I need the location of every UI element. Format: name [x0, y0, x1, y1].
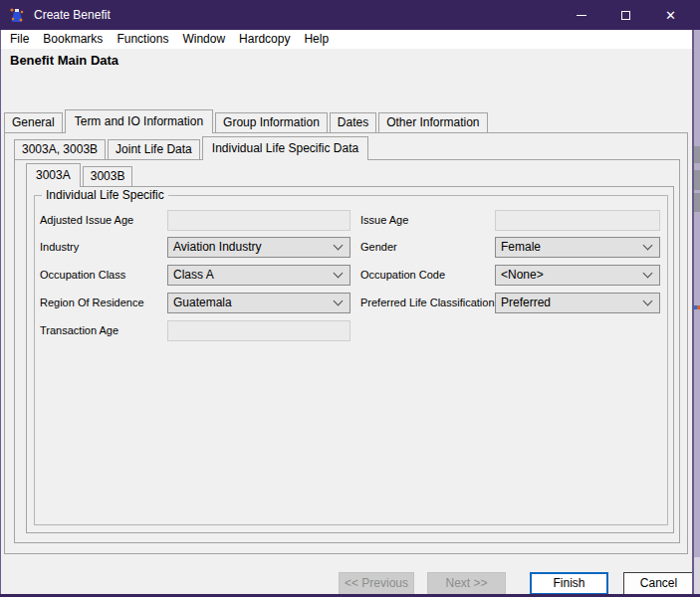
create-benefit-window: Create Benefit ✕ File Bookmarks Function… [0, 0, 700, 597]
titlebar: Create Benefit ✕ [0, 0, 700, 30]
close-icon: ✕ [665, 9, 676, 22]
occupation-class-select[interactable]: Class A [167, 265, 350, 286]
tabstrip-coverage: 3003A 3003B [26, 163, 134, 187]
window-border-left [0, 30, 1, 594]
background-scrollbar-segment [694, 193, 700, 212]
next-button: Next >> [427, 572, 506, 595]
background-light-segment [694, 557, 700, 594]
minimize-icon [577, 15, 586, 16]
occupation-code-label: Occupation Code [360, 269, 445, 281]
groupbox-legend: Individual Life Specific [42, 188, 168, 202]
menu-window[interactable]: Window [175, 30, 232, 49]
region-of-residence-select[interactable]: Guatemala [167, 293, 350, 313]
preferred-life-classification-label: Preferred Life Classification [360, 297, 495, 308]
chevron-down-icon [334, 297, 344, 306]
cancel-button[interactable]: Cancel [623, 572, 694, 595]
transaction-age-input [167, 320, 350, 341]
industry-value: Aviation Industry [173, 238, 262, 257]
menu-functions[interactable]: Functions [110, 30, 175, 49]
region-of-residence-value: Guatemala [173, 294, 232, 312]
finish-button[interactable]: Finish [530, 572, 608, 595]
close-button[interactable]: ✕ [648, 0, 693, 30]
tab-joint-life-data[interactable]: Joint Life Data [108, 139, 200, 160]
tab-3003b[interactable]: 3003B [83, 166, 133, 187]
gender-label: Gender [360, 241, 397, 253]
occupation-code-value: <None> [501, 266, 544, 285]
chevron-down-icon [334, 241, 344, 251]
issue-age-label: Issue Age [360, 214, 408, 226]
menu-file[interactable]: File [3, 30, 36, 49]
app-icon [9, 7, 25, 23]
menubar: File Bookmarks Functions Window Hardcopy… [1, 30, 692, 49]
adjusted-issue-age-label: Adjusted Issue Age [40, 214, 133, 226]
chevron-down-icon [643, 297, 653, 306]
occupation-class-label: Occupation Class [40, 269, 125, 281]
tab-individual-life-specific-data[interactable]: Individual Life Specific Data [202, 136, 368, 160]
occupation-code-select[interactable]: <None> [495, 265, 660, 286]
issue-age-input [495, 210, 660, 231]
chevron-down-icon [643, 241, 653, 251]
preferred-life-classification-select[interactable]: Preferred [495, 293, 660, 313]
occupation-class-value: Class A [173, 266, 214, 285]
tab-term-and-io-information[interactable]: Term and IO Information [65, 109, 213, 133]
adjusted-issue-age-input [167, 210, 350, 231]
chevron-down-icon [334, 269, 344, 279]
tab-other-information[interactable]: Other Information [378, 112, 487, 133]
background-window-sliver [694, 30, 700, 594]
gender-value: Female [501, 238, 541, 257]
industry-select[interactable]: Aviation Industry [167, 237, 350, 258]
tab-3003a-3003b[interactable]: 3003A, 3003B [14, 139, 106, 160]
transaction-age-label: Transaction Age [40, 324, 118, 336]
tab-3003a[interactable]: 3003A [26, 163, 81, 187]
preferred-life-classification-value: Preferred [501, 294, 551, 312]
minimize-button[interactable] [559, 0, 603, 30]
gender-select[interactable]: Female [495, 237, 660, 258]
menu-help[interactable]: Help [297, 30, 336, 49]
menu-bookmarks[interactable]: Bookmarks [36, 30, 110, 49]
menu-hardcopy[interactable]: Hardcopy [232, 30, 297, 49]
tab-group-information[interactable]: Group Information [215, 112, 328, 133]
maximize-button[interactable] [603, 0, 648, 30]
tabstrip-term-io: 3003A, 3003B Joint Life Data Individual … [14, 136, 370, 160]
tabstrip-main: General Term and IO Information Group In… [4, 109, 490, 133]
background-scrollbar-segment [694, 170, 700, 190]
chevron-down-icon [643, 269, 653, 279]
background-scrollbar-segment [694, 146, 700, 163]
previous-button: << Previous [339, 572, 414, 595]
page-title: Benefit Main Data [10, 53, 118, 68]
tab-dates[interactable]: Dates [330, 112, 376, 133]
window-title: Create Benefit [34, 8, 111, 22]
maximize-icon [621, 11, 630, 20]
region-of-residence-label: Region Of Residence [40, 297, 144, 308]
tab-general[interactable]: General [4, 112, 63, 133]
industry-label: Industry [40, 241, 79, 253]
